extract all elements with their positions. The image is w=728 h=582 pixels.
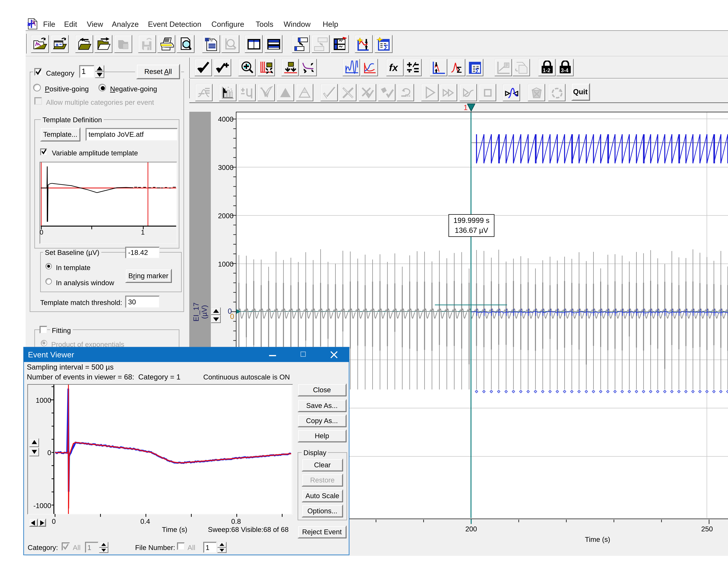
svg-text:Σ: Σ xyxy=(384,43,388,52)
svg-text:Σ: Σ xyxy=(457,65,462,75)
svg-text:Σ: Σ xyxy=(475,67,479,75)
svg-text:1-2: 1-2 xyxy=(543,67,550,73)
svg-text:fx: fx xyxy=(389,62,398,73)
svg-text:3-4: 3-4 xyxy=(561,67,568,73)
